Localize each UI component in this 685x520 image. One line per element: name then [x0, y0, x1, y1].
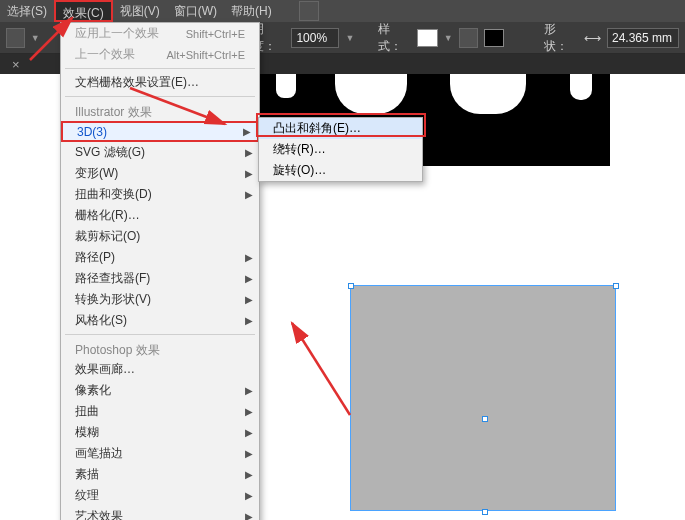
swatch-black[interactable] — [484, 29, 505, 47]
menu-brush-strokes[interactable]: 画笔描边▶ — [61, 443, 259, 464]
submenu-arrow-icon: ▶ — [243, 126, 251, 137]
selection-handle[interactable] — [348, 283, 354, 289]
submenu-extrude-bevel[interactable]: 凸出和斜角(E)… — [259, 118, 422, 139]
menu-3d[interactable]: 3D(3)▶ — [61, 121, 259, 142]
link-icon[interactable]: ⟷ — [584, 31, 601, 45]
opt-btn-1[interactable] — [6, 28, 25, 48]
menu-stylize[interactable]: 风格化(S)▶ — [61, 310, 259, 331]
selection-handle[interactable] — [613, 283, 619, 289]
menu-distort2[interactable]: 扭曲▶ — [61, 401, 259, 422]
menu-section-photoshop: Photoshop 效果 — [61, 338, 259, 359]
menu-convert-shape[interactable]: 转换为形状(V)▶ — [61, 289, 259, 310]
menu-crop-marks[interactable]: 裁剪标记(O) — [61, 226, 259, 247]
menu-select[interactable]: 选择(S) — [0, 0, 54, 22]
selection-handle[interactable] — [482, 509, 488, 515]
menu-separator — [65, 334, 255, 335]
menu-raster-settings[interactable]: 文档栅格效果设置(E)… — [61, 72, 259, 93]
menu-view[interactable]: 视图(V) — [113, 0, 167, 22]
style-swatch[interactable] — [417, 29, 438, 47]
menu-help[interactable]: 帮助(H) — [224, 0, 279, 22]
menu-section-illustrator: Illustrator 效果 — [61, 100, 259, 121]
effects-menu: 应用上一个效果Shift+Ctrl+E 上一个效果Alt+Shift+Ctrl+… — [60, 22, 260, 520]
artwork-cutout — [570, 74, 592, 100]
menu-texture[interactable]: 纹理▶ — [61, 485, 259, 506]
chevron-down-icon: ▼ — [444, 33, 453, 43]
selected-rectangle[interactable] — [350, 285, 616, 511]
opt-btn-2[interactable] — [459, 28, 478, 48]
menu-artistic[interactable]: 艺术效果▶ — [61, 506, 259, 520]
chevron-down-icon: ▼ — [31, 33, 40, 43]
menu-sketch[interactable]: 素描▶ — [61, 464, 259, 485]
menu-pixelate[interactable]: 像素化▶ — [61, 380, 259, 401]
submenu-rotate[interactable]: 旋转(O)… — [259, 160, 422, 181]
menu-window[interactable]: 窗口(W) — [167, 0, 224, 22]
menu-last-effect: 上一个效果Alt+Shift+Ctrl+E — [61, 44, 259, 65]
menu-svg-filter[interactable]: SVG 滤镜(G)▶ — [61, 142, 259, 163]
menu-rasterize[interactable]: 栅格化(R)… — [61, 205, 259, 226]
shape-label: 形状： — [544, 21, 578, 55]
menu-separator — [65, 68, 255, 69]
style-label: 样式： — [378, 21, 412, 55]
artwork-cutout — [276, 74, 296, 98]
menu-separator — [65, 96, 255, 97]
shape-width-input[interactable] — [607, 28, 679, 48]
opacity-input[interactable] — [291, 28, 339, 48]
selection-handle[interactable] — [482, 416, 488, 422]
menu-fx-gallery[interactable]: 效果画廊… — [61, 359, 259, 380]
menu-path[interactable]: 路径(P)▶ — [61, 247, 259, 268]
menu-warp[interactable]: 变形(W)▶ — [61, 163, 259, 184]
menu-apply-last-effect: 应用上一个效果Shift+Ctrl+E — [61, 23, 259, 44]
menu-blur[interactable]: 模糊▶ — [61, 422, 259, 443]
menu-distort-transform[interactable]: 扭曲和变换(D)▶ — [61, 184, 259, 205]
toolbar-icon[interactable] — [299, 1, 319, 21]
tab-close-button[interactable]: × — [4, 57, 28, 72]
menu-bar: 选择(S) 效果(C) 视图(V) 窗口(W) 帮助(H) — [0, 0, 685, 22]
chevron-down-icon: ▼ — [345, 33, 354, 43]
submenu-revolve[interactable]: 绕转(R)… — [259, 139, 422, 160]
menu-effects[interactable]: 效果(C) — [54, 0, 113, 22]
submenu-3d: 凸出和斜角(E)… 绕转(R)… 旋转(O)… — [258, 117, 423, 182]
menu-pathfinder[interactable]: 路径查找器(F)▶ — [61, 268, 259, 289]
